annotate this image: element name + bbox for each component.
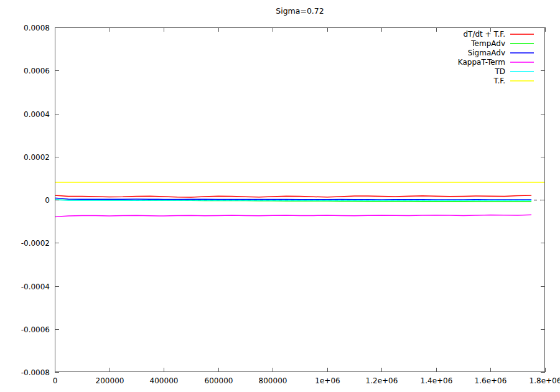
x-tick-label: 1.4e+06 [421, 376, 453, 385]
data-series [55, 182, 545, 217]
x-tick-label: 1e+06 [315, 376, 340, 385]
x-tick-label: 200000 [96, 376, 124, 385]
gnuplot-chart-window: Sigma=0.72 02000004000006000008000001e+0… [0, 0, 560, 392]
series-line-sigmaadv [55, 198, 531, 200]
legend-label: KappaT-Term [458, 58, 505, 67]
legend-label: TD [494, 67, 505, 76]
y-tick-label: -0.0006 [21, 325, 50, 334]
legend-label: dT/dt + T.F. [463, 30, 505, 39]
y-tick-label: -0.0002 [21, 239, 50, 248]
x-tick-label: 0 [53, 376, 58, 385]
series-line-kappat-term [55, 215, 531, 217]
y-tick-label: 0 [45, 196, 50, 205]
y-tick-label: -0.0004 [21, 282, 50, 291]
series-line-dt-dt-t-f- [55, 195, 531, 197]
x-tick-label: 600000 [205, 376, 233, 385]
y-tick-label: -0.0008 [21, 368, 50, 377]
chart: Sigma=0.72 02000004000006000008000001e+0… [0, 0, 560, 392]
legend: dT/dt + T.F.TempAdvSigmaAdvKappaT-TermTD… [458, 30, 534, 85]
x-tick-label: 1.6e+06 [475, 376, 507, 385]
x-tick-label: 1.8e+06 [530, 376, 560, 385]
x-tick-label: 1.2e+06 [366, 376, 398, 385]
axis-ticks: 02000004000006000008000001e+061.2e+061.4… [21, 24, 560, 386]
y-tick-label: 0.0002 [24, 153, 50, 162]
y-tick-label: 0.0006 [24, 67, 50, 75]
legend-label: TempAdv [470, 39, 505, 48]
legend-label: SigmaAdv [468, 49, 505, 57]
legend-label: T.F. [493, 77, 505, 85]
y-tick-label: 0.0004 [24, 110, 50, 119]
x-tick-label: 400000 [150, 376, 179, 385]
chart-title: Sigma=0.72 [276, 6, 324, 16]
x-tick-label: 800000 [259, 376, 287, 385]
y-tick-label: 0.0008 [24, 24, 50, 32]
